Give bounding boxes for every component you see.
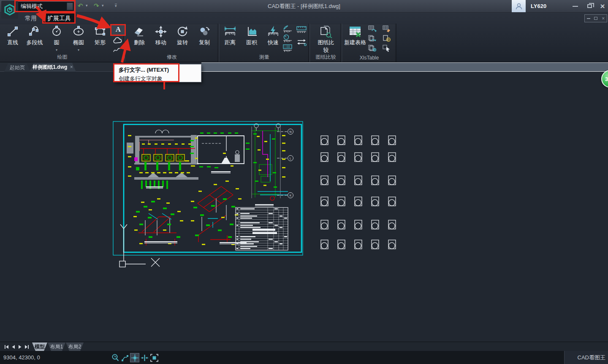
coordinates-readout: 9304, 42300, 0 [3,354,40,361]
status-bar: 9304, 42300, 0 CAD看图王 [0,351,608,364]
line-button[interactable]: 直线 [2,25,23,46]
group-label-draw: 绘图 [0,54,125,61]
mtext-button[interactable]: A [111,24,125,35]
ruler-icon [296,25,307,34]
convert-arrows-icon [296,38,307,46]
user-avatar[interactable] [512,0,526,12]
table-update-button[interactable] [368,25,377,34]
svg-text:N: N [289,130,291,133]
sheet-sync-icon [368,35,377,42]
prev-layout-button[interactable] [10,344,16,349]
drawing-view-elevation [127,130,198,189]
rotate-button[interactable]: 旋转 [172,25,193,46]
drawing-view-tank [190,132,250,173]
restore-button[interactable] [583,0,596,12]
layout-tab-layout2-label: 布局2 [68,344,81,350]
doc-window-controls: × [584,14,607,22]
cloud-icon [112,36,124,45]
circle-button[interactable]: 圆 ▾ [46,25,67,46]
fixture-symbol-grid [321,136,396,249]
mode-dropdown[interactable]: 编辑模式 [17,1,74,11]
mode-dropdown-value: 编辑模式 [21,3,43,9]
svg-text:L: L [290,157,291,160]
first-layout-button[interactable] [3,344,9,349]
circle-icon [50,25,63,38]
crosshair-toggle-button[interactable] [130,353,139,362]
measure-list-button[interactable] [282,44,293,54]
close-button[interactable]: × [596,0,608,12]
cad-drawing[interactable]: NLK [0,72,608,342]
doc-restore-button[interactable] [594,17,597,20]
drawing-canvas[interactable]: NLK [0,72,608,342]
status-app-name: CAD看图王 [564,351,608,364]
polyline-button[interactable]: 多段线 [24,25,45,46]
distance-button[interactable]: 距离 [220,25,241,46]
sheet-target-icon [368,45,377,52]
circle-dropdown-caret[interactable]: ▾ [46,48,67,52]
revision-cloud-button[interactable] [112,36,124,46]
close-icon: × [600,1,605,12]
doc-minimize-button[interactable] [587,18,590,19]
new-table-icon [348,25,362,38]
layout-tab-layout2[interactable]: 布局2 [66,342,84,351]
ribbon-tab-extended[interactable]: 扩展工具 [43,13,75,24]
unit-convert-button[interactable] [296,38,307,48]
new-table-button[interactable]: 新建表格 [343,25,367,46]
angle-measure-button[interactable] [282,24,293,35]
distance-icon [223,25,237,38]
copy-label: 复制 [194,39,215,46]
badge-value: 39 [605,76,608,82]
ruler-button[interactable] [296,25,307,35]
erase-button[interactable]: 删除 [129,25,150,46]
minimize-button[interactable] [569,0,581,12]
redo-button[interactable]: ↷ [94,1,99,11]
lightning-icon [266,25,280,38]
fit-view-button[interactable] [149,353,159,362]
move-button[interactable]: 移动 [150,25,171,46]
table-erase-button[interactable] [383,25,391,34]
doc-tab-close-icon[interactable]: × [70,64,73,70]
layout-tab-layout1[interactable]: 布局1 [48,342,65,351]
polyline-mode-button[interactable] [120,353,130,362]
sheet-sync-button[interactable] [368,35,377,44]
radius-measure-button[interactable] [282,34,293,45]
area-button[interactable]: 面积 [241,25,262,46]
svg-text:K: K [290,194,292,197]
compare-sheets-icon [318,25,334,38]
tooltip-description: 创建多行文字对象 [119,75,201,83]
polyline-label: 多段线 [24,39,45,46]
ribbon-tab-common[interactable]: 常用 [19,13,43,24]
snap-toggle-button[interactable] [140,353,149,362]
copy-icon [198,25,211,38]
mode-dropdown-handle[interactable] [67,3,73,10]
zoom-time-button[interactable] [111,353,120,362]
layout-tab-model[interactable]: 模型 [32,342,47,351]
layout-tab-bar: 模型 布局1 布局2 [0,342,608,351]
next-layout-button[interactable] [17,344,23,349]
rectangle-label: 矩形 [90,39,111,46]
quick-measure-label: 快速 [263,39,284,46]
doc-tab-sample-drawing[interactable]: 样例图纸1.dwg × [30,63,76,72]
cursor-x-mark [151,258,160,267]
customize-toolbar-caret[interactable]: ▾ [115,4,117,8]
ucs-icon [119,224,146,267]
quick-measure-button[interactable]: 快速 [263,25,284,46]
doc-close-button[interactable]: × [602,16,605,21]
rectangle-button[interactable]: 矩形 [90,25,111,46]
copy-button[interactable]: 复制 [194,25,215,46]
sheet-coin-button[interactable] [383,35,391,44]
app-logo-icon[interactable] [1,1,18,19]
undo-dropdown-caret[interactable]: ▾ [86,0,88,11]
doc-tab-start-label: 起始页 [10,65,25,70]
redo-dropdown-caret[interactable]: ▾ [102,0,104,11]
drawing-compare-button[interactable]: 图纸比较 [315,25,337,54]
document-tab-bar-empty [201,62,608,72]
ellipse-button[interactable]: 椭圆 ▾ [68,25,89,46]
doc-tab-start-page[interactable]: 起始页 [4,63,30,72]
ellipse-dropdown-caret[interactable]: ▾ [68,48,89,52]
last-layout-button[interactable] [24,344,30,349]
group-label-modify: 修改 [125,54,219,61]
sheet-locate-button[interactable] [368,45,377,54]
table-pick-button[interactable] [383,45,391,54]
undo-button[interactable]: ↶ [78,1,83,11]
